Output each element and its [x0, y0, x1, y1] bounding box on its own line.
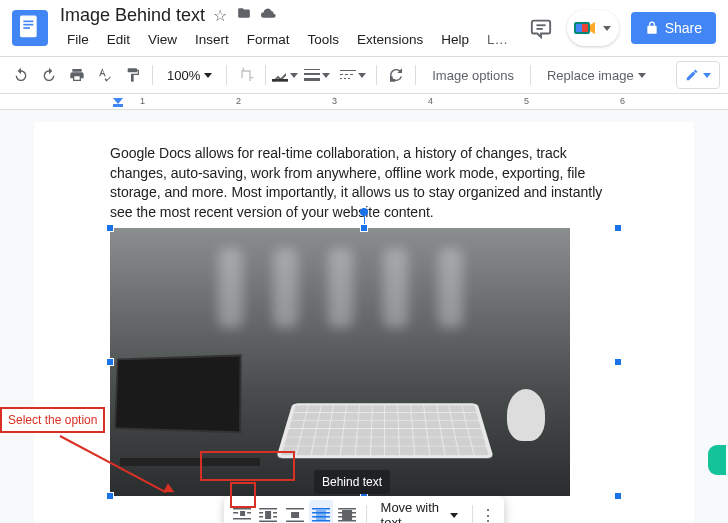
- svg-rect-28: [260, 512, 264, 514]
- svg-rect-8: [582, 24, 588, 32]
- menu-insert[interactable]: Insert: [188, 28, 236, 51]
- annotation-box-tooltip: [200, 451, 295, 481]
- annotation-box-button: [230, 482, 256, 508]
- keyboard-graphic: [276, 404, 494, 459]
- svg-rect-37: [316, 510, 326, 520]
- move-icon[interactable]: [237, 6, 251, 25]
- grammarly-icon[interactable]: [708, 445, 726, 475]
- svg-rect-12: [304, 78, 320, 81]
- page[interactable]: Google Docs allows for real-time collabo…: [34, 122, 694, 523]
- menu-edit[interactable]: Edit: [100, 28, 137, 51]
- front-text-button[interactable]: [335, 500, 359, 523]
- svg-rect-7: [576, 24, 582, 32]
- svg-rect-1: [23, 21, 33, 23]
- resize-handle-tm[interactable]: [360, 224, 368, 232]
- menu-more[interactable]: L…: [480, 28, 515, 51]
- selected-image[interactable]: [110, 228, 570, 496]
- ruler[interactable]: 1 2 3 4 5 6: [0, 94, 728, 110]
- resize-handle-bl[interactable]: [106, 492, 114, 500]
- break-text-button[interactable]: [283, 500, 307, 523]
- menu-view[interactable]: View: [141, 28, 184, 51]
- svg-rect-35: [291, 512, 299, 518]
- share-label: Share: [665, 20, 702, 36]
- toolbar: 100% Image options Replace image: [0, 56, 728, 94]
- move-with-text-selector[interactable]: Move with text: [373, 500, 466, 523]
- svg-rect-38: [312, 508, 330, 510]
- resize-handle-br[interactable]: [614, 492, 622, 500]
- cloud-status-icon[interactable]: [261, 6, 277, 25]
- menu-bar: File Edit View Insert Format Tools Exten…: [60, 28, 527, 51]
- annotation-label: Select the option: [0, 407, 105, 433]
- behind-text-button[interactable]: [309, 500, 333, 523]
- svg-marker-20: [113, 98, 123, 104]
- svg-rect-46: [343, 510, 353, 520]
- svg-rect-16: [350, 74, 353, 75]
- svg-rect-18: [344, 78, 346, 79]
- menu-file[interactable]: File: [60, 28, 96, 51]
- border-weight-button[interactable]: [300, 62, 334, 88]
- svg-rect-26: [233, 518, 251, 520]
- svg-rect-36: [286, 521, 304, 523]
- undo-button[interactable]: [8, 62, 34, 88]
- svg-rect-31: [274, 512, 278, 514]
- svg-rect-29: [260, 516, 264, 518]
- svg-rect-19: [348, 78, 350, 79]
- menu-extensions[interactable]: Extensions: [350, 28, 430, 51]
- svg-rect-10: [304, 69, 320, 70]
- share-button[interactable]: Share: [631, 12, 716, 44]
- paint-format-button[interactable]: [120, 62, 146, 88]
- svg-rect-45: [339, 520, 357, 522]
- more-options-button[interactable]: ⋮: [478, 500, 497, 523]
- resize-handle-tl[interactable]: [106, 224, 114, 232]
- comments-icon[interactable]: [527, 14, 555, 42]
- menu-format[interactable]: Format: [240, 28, 297, 51]
- document-title[interactable]: Image Behind text: [60, 5, 205, 26]
- image-position-toolbar: Move with text ⋮: [224, 496, 504, 523]
- svg-rect-23: [233, 512, 238, 514]
- docs-logo-icon[interactable]: [12, 10, 48, 46]
- app-header: Image Behind text ☆ File Edit View Inser…: [0, 0, 728, 56]
- svg-rect-33: [260, 521, 278, 523]
- selected-image-container: Behind text Move wi: [110, 228, 618, 496]
- zoom-selector[interactable]: 100%: [159, 64, 220, 87]
- resize-handle-mr[interactable]: [614, 358, 622, 366]
- svg-rect-13: [340, 70, 356, 71]
- svg-rect-32: [274, 516, 278, 518]
- menu-tools[interactable]: Tools: [301, 28, 347, 51]
- svg-rect-24: [240, 511, 245, 516]
- svg-rect-30: [266, 511, 272, 519]
- border-dash-button[interactable]: [336, 62, 370, 88]
- replace-image-button[interactable]: Replace image: [537, 64, 656, 87]
- rotate-button[interactable]: [383, 62, 409, 88]
- editing-mode-button[interactable]: [676, 61, 720, 89]
- laptop-graphic: [110, 356, 260, 466]
- svg-rect-27: [260, 508, 278, 510]
- svg-rect-14: [340, 74, 343, 75]
- svg-rect-11: [304, 73, 320, 75]
- svg-rect-22: [233, 508, 251, 510]
- svg-rect-0: [20, 16, 37, 38]
- redo-button[interactable]: [36, 62, 62, 88]
- crop-button[interactable]: [233, 62, 259, 88]
- meet-button[interactable]: [567, 10, 619, 46]
- svg-rect-42: [339, 508, 357, 510]
- mouse-graphic: [507, 389, 545, 441]
- spellcheck-button[interactable]: [92, 62, 118, 88]
- print-button[interactable]: [64, 62, 90, 88]
- wrap-text-button[interactable]: [256, 500, 280, 523]
- title-area: Image Behind text ☆ File Edit View Inser…: [60, 5, 527, 51]
- star-icon[interactable]: ☆: [213, 6, 227, 25]
- svg-rect-15: [345, 74, 348, 75]
- menu-help[interactable]: Help: [434, 28, 476, 51]
- indent-marker-icon[interactable]: [113, 98, 123, 110]
- resize-handle-tr[interactable]: [614, 224, 622, 232]
- svg-rect-41: [312, 520, 330, 522]
- svg-rect-9: [272, 79, 288, 82]
- svg-rect-2: [23, 24, 33, 26]
- svg-rect-3: [23, 27, 30, 29]
- tooltip: Behind text: [314, 470, 390, 494]
- resize-handle-ml[interactable]: [106, 358, 114, 366]
- image-options-button[interactable]: Image options: [422, 64, 524, 87]
- border-color-button[interactable]: [272, 62, 298, 88]
- svg-rect-21: [113, 104, 123, 107]
